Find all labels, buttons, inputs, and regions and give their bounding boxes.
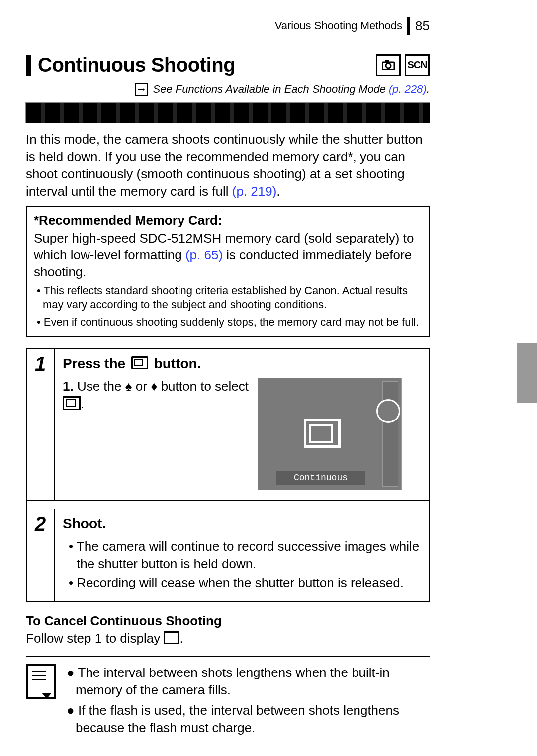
title-accent-bar [26,55,31,76]
step1-title: Press the button. [63,356,421,372]
step-number-2: 2 [27,509,55,601]
single-shot-icon [164,631,179,644]
step2-bullet-1: • The camera will continue to record suc… [63,538,421,573]
up-arrow-icon: ♠ [125,379,132,394]
svg-point-1 [386,63,391,68]
step-divider [27,500,429,509]
steps-table: 1 Press the button. 1. Use the ♠ or ♦ bu… [26,348,430,602]
page-header: Various Shooting Methods 85 [26,17,430,35]
arrow-box-icon: → [135,83,148,96]
box-bullet-2: • Even if continuous shooting suddenly s… [34,315,422,330]
note-document-icon [26,664,56,699]
page-ref-219: (p. 219) [232,184,277,199]
screen-highlight-circle [376,399,400,423]
mode-badges: SCN [376,54,430,76]
recommended-card-box: *Recommended Memory Card: Super high-spe… [26,206,430,337]
screen-side-panel [382,381,398,487]
page-ref-65: (p. 65) [185,248,223,262]
step2-bullet-2: • Recording will cease when the shutter … [63,574,421,591]
step-number-1: 1 [27,349,55,500]
screen-continuous-icon [304,419,341,448]
camera-icon [376,54,401,76]
step-1: 1 Press the button. 1. Use the ♠ or ♦ bu… [27,349,429,500]
page-ref-228: (p. 228) [389,83,427,95]
box-heading: *Recommended Memory Card: [34,212,422,229]
step-2: 2 Shoot. • The camera will continue to r… [27,509,429,601]
camera-screen-preview: Continuous [258,378,402,490]
header-rule [407,17,410,35]
note-1: ● The interval between shots lengthens w… [65,664,430,699]
step1-instruction: 1. Use the ♠ or ♦ button to select . [63,378,249,490]
continuous-shooting-icon [131,356,148,369]
note-2: ● If the flash is used, the interval bet… [65,702,430,737]
down-arrow-icon: ♦ [151,379,157,394]
page-number: 85 [415,18,430,34]
section-thumb-tab [517,343,537,403]
see-also: → See Functions Available in Each Shooti… [26,83,430,96]
cancel-heading: To Cancel Continuous Shooting [26,613,222,628]
notes-section: ● The interval between shots lengthens w… [26,664,430,740]
section-name: Various Shooting Methods [275,19,402,32]
cancel-section: To Cancel Continuous Shooting Follow ste… [26,612,430,647]
continuous-shooting-icon [63,396,81,410]
intro-paragraph: In this mode, the camera shoots continuo… [26,131,430,200]
box-bullet-1: • This reflects standard shooting criter… [34,284,422,312]
page-title: Continuous Shooting [38,54,235,76]
svg-rect-2 [385,60,389,63]
shooting-mode-icon-strip [26,103,430,123]
divider [26,656,430,657]
scn-icon: SCN [405,54,430,76]
step2-title: Shoot. [63,516,421,532]
screen-mode-label: Continuous [276,471,365,485]
